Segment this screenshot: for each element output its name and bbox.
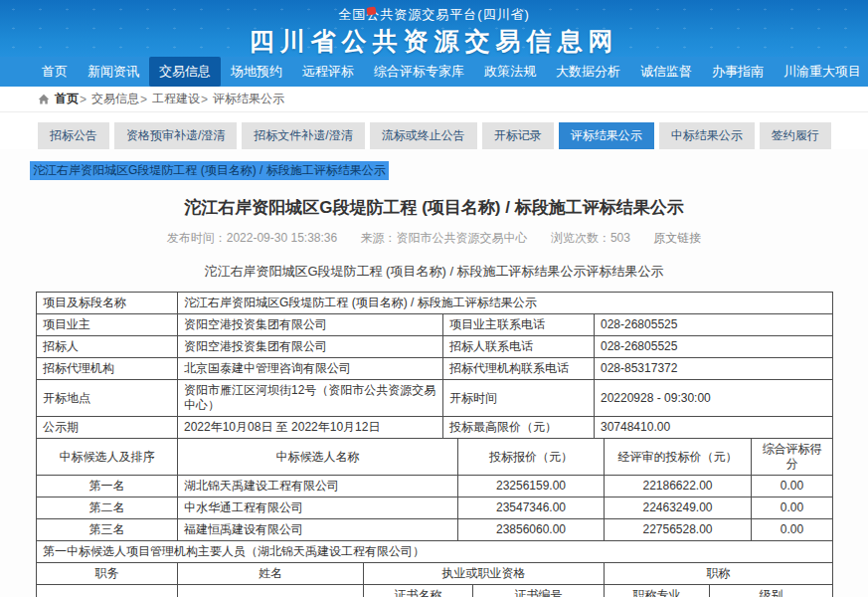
info-value: 沱江右岸资阳城区G段堤防工程 (项目名称) / 标段施工评标结果公示 [178,293,833,314]
info-label: 投标最高限价（元） [443,417,595,439]
breadcrumb-eval-results[interactable]: 评标结果公示 [213,91,284,107]
page-title: 沱江右岸资阳城区G段堤防工程 (项目名称) / 标段施工评标结果公示 [0,196,868,219]
info-label: 招标人 [37,336,178,358]
personnel-table: 第一中标候选人项目管理机构主要人员（湖北锦天禹建设工程有限公司） 职务 姓名 执… [36,540,833,597]
table-header-row: 中标候选人及排序 中标候选人名称 投标报价（元） 经评审的投标价（元） 综合评标… [37,439,833,476]
breadcrumb-trade-info[interactable]: 交易信息 [91,91,139,107]
article-subtitle: 沱江右岸资阳城区G段堤防工程 (项目名称) / 标段施工评标结果公示评标结果公示 [0,263,868,281]
candidate-score: 0.00 [752,498,833,519]
header-name: 姓名 [178,563,364,585]
info-label: 项目及标段名称 [37,293,178,314]
candidate-row: 第三名 福建恒禹建设有限公司 23856060.00 22756528.00 0… [37,519,833,541]
project-info-table: 项目及标段名称 沱江右岸资阳城区G段堤防工程 (项目名称) / 标段施工评标结果… [36,292,833,439]
candidate-evaluated: 22463249.00 [605,498,752,519]
nav-item-chuanyu-projects[interactable]: 川渝重大项目 [774,57,868,87]
candidate-bid: 23547346.00 [458,498,605,519]
nav-item-big-data[interactable]: 大数据分析 [546,57,630,87]
header-bid-price: 投标报价（元） [458,439,605,476]
tab-bid-announcement[interactable]: 招标公告 [38,122,109,149]
nav-item-home[interactable]: 首页 [32,57,78,87]
tab-opening-record[interactable]: 开标记录 [482,122,554,149]
candidate-row: 第一名 湖北锦天禹建设工程有限公司 23256159.00 22186622.0… [37,476,833,498]
empty-cell [37,585,178,597]
info-label: 公示期 [37,417,178,439]
original-link[interactable]: 原文链接 [653,231,701,245]
candidate-rank: 第二名 [37,498,178,519]
candidate-row: 第二名 中水华通工程有限公司 23547346.00 22463249.00 0… [37,498,833,519]
header-qualification: 执业或职业资格 [364,563,605,585]
candidate-name: 中水华通工程有限公司 [178,498,458,519]
header-title-major: 职称专业 [605,585,710,597]
page: 全国公共资源交易平台(四川省) 四川省公共资源交易信息网 首页 新闻资讯 交易信… [0,0,868,597]
candidate-name: 湖北锦天禹建设工程有限公司 [178,476,458,498]
home-icon [38,94,50,105]
tab-prequalification-addendum[interactable]: 资格预审补遗/澄清 [114,122,237,149]
table-row: 开标地点 资阳市雁江区河坝街12号（资阳市公共资源交易中心） 开标时间 2022… [37,380,833,417]
table-row: 公示期 2022年10月08日 至 2022年10月12日 投标最高限价（元） … [37,417,833,439]
info-label: 项目业主 [37,314,178,336]
site-title: 四川省公共资源交易信息网 [0,25,868,58]
site-masthead: 全国公共资源交易平台(四川省) 四川省公共资源交易信息网 [0,0,868,57]
source: 来源：资阳市公共资源交易中心 [361,231,528,245]
publish-time: 发布时间：2022-09-30 15:38:36 [167,231,337,245]
nav-item-policies[interactable]: 政策法规 [474,57,546,87]
info-label: 开标时间 [443,380,595,417]
nav-item-integrity[interactable]: 诚信监督 [630,57,702,87]
table-row: 招标人 资阳空港投资集团有限公司 招标人联系电话 028-26805525 [37,336,833,358]
candidates-table: 中标候选人及排序 中标候选人名称 投标报价（元） 经评审的投标价（元） 综合评标… [36,438,833,541]
breadcrumb-separator: > [80,93,87,106]
table-row: 项目及标段名称 沱江右岸资阳城区G段堤防工程 (项目名称) / 标段施工评标结果… [37,293,833,314]
table-header-row: 职务 姓名 执业或职业资格 职称 [37,563,833,585]
info-label: 招标人联系电话 [443,336,595,358]
info-value: 028-26805525 [595,336,833,358]
nav-item-venue-booking[interactable]: 场地预约 [221,57,292,87]
breadcrumb: 首页 > 交易信息 > 工程建设 > 评标结果公示 [0,87,868,112]
candidate-evaluated: 22186622.00 [605,476,752,498]
info-value: 30748410.00 [595,417,833,439]
info-value: 资阳空港投资集团有限公司 [178,314,443,336]
nav-item-expert-pool[interactable]: 综合评标专家库 [364,57,474,87]
primary-nav: 首页 新闻资讯 交易信息 场地预约 远程评标 综合评标专家库 政策法规 大数据分… [0,57,868,87]
header-rank: 中标候选人及排序 [37,439,178,476]
candidate-score: 0.00 [752,476,833,498]
candidate-name: 福建恒禹建设有限公司 [178,519,458,541]
personnel-section1-title: 第一中标候选人项目管理机构主要人员（湖北锦天禹建设工程有限公司） [37,541,833,563]
header-cert-name: 证书名称 [364,585,473,597]
candidate-bid: 23856060.00 [458,519,605,541]
table-header-row: 证书名称 证书编号 职称专业 级别 [37,585,833,597]
breadcrumb-home[interactable]: 首页 [55,91,79,107]
info-value: 20220928 - 09:30:00 [595,380,833,417]
tab-evaluation-results[interactable]: 评标结果公示 [559,122,654,149]
info-label: 项目业主联系电话 [443,314,595,336]
info-label: 招标代理机构 [37,358,178,380]
map-pin-icon [366,6,376,15]
nav-item-news[interactable]: 新闻资讯 [78,57,149,87]
platform-name: 全国公共资源交易平台(四川省) [0,0,868,24]
selected-result-link[interactable]: 沱江右岸资阳城区G段堤防工程 (项目名称) / 标段施工评标结果公示 [30,161,389,180]
candidate-score: 0.00 [752,519,833,541]
category-tabs: 招标公告 资格预审补遗/澄清 招标文件补遗/澄清 流标或终止公告 开标记录 评标… [0,112,868,149]
tab-bid-doc-addendum[interactable]: 招标文件补遗/澄清 [242,122,364,149]
info-label: 招标代理机构联系电话 [443,358,595,380]
breadcrumb-separator: > [201,93,208,106]
nav-item-trade-info[interactable]: 交易信息 [149,57,221,87]
article-meta: 发布时间：2022-09-30 15:38:36 来源：资阳市公共资源交易中心 … [0,230,868,247]
breadcrumb-engineering[interactable]: 工程建设 [152,91,200,107]
section-band-row: 第一中标候选人项目管理机构主要人员（湖北锦天禹建设工程有限公司） [37,541,833,563]
view-count: 浏览次数：503 [551,231,630,245]
header-prof-title: 职称 [605,563,833,585]
header-score: 综合评标得分 [752,439,833,476]
info-label: 开标地点 [37,380,178,417]
tab-contract-performance[interactable]: 签约履行 [760,122,831,149]
result-sheet: 项目及标段名称 沱江右岸资阳城区G段堤防工程 (项目名称) / 标段施工评标结果… [36,292,832,597]
tab-failed-or-terminated[interactable]: 流标或终止公告 [370,122,477,149]
info-value: 2022年10月08日 至 2022年10月12日 [178,417,443,439]
nav-item-guide[interactable]: 办事指南 [702,57,774,87]
info-value: 资阳市雁江区河坝街12号（资阳市公共资源交易中心） [178,380,443,417]
header-job: 职务 [37,563,178,585]
nav-item-remote-evaluation[interactable]: 远程评标 [292,57,364,87]
tab-award-results[interactable]: 中标结果公示 [659,122,755,149]
header-cert-no: 证书编号 [473,585,605,597]
header-level: 级别 [710,585,833,597]
candidate-rank: 第三名 [37,519,178,541]
